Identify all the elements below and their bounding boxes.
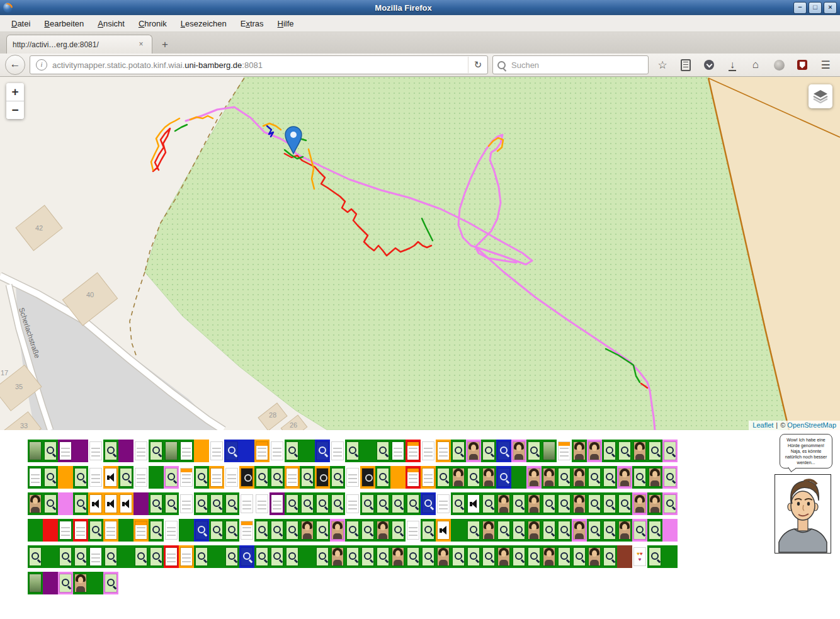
thumbnail-tile[interactable]: [133, 519, 149, 542]
thumbnail-tile[interactable]: [209, 545, 224, 568]
thumbnail-tile[interactable]: [103, 545, 118, 568]
thumbnail-tile[interactable]: [149, 519, 164, 542]
thumbnail-tile[interactable]: [375, 440, 390, 462]
thumbnail-tile[interactable]: [103, 466, 118, 489]
thumbnail-tile[interactable]: [542, 440, 557, 462]
extension-button[interactable]: [769, 55, 788, 74]
thumbnail-tile[interactable]: [632, 492, 647, 515]
thumbnail-tile[interactable]: [43, 519, 58, 542]
thumbnail-tile[interactable]: [43, 572, 58, 594]
thumbnail-tile[interactable]: [28, 466, 43, 489]
thumbnail-tile[interactable]: [315, 545, 330, 568]
thumbnail-tile[interactable]: [617, 545, 632, 568]
thumbnail-tile[interactable]: [58, 492, 73, 515]
thumbnail-tile[interactable]: [118, 545, 133, 568]
thumbnail-tile[interactable]: [421, 466, 436, 489]
thumbnail-tile[interactable]: [557, 466, 572, 489]
thumbnail-tile[interactable]: [209, 440, 224, 462]
thumbnail-tile[interactable]: [270, 519, 285, 542]
thumbnail-tile[interactable]: [254, 466, 270, 489]
thumbnail-tile[interactable]: [572, 440, 587, 462]
thumbnail-tile[interactable]: [345, 466, 360, 489]
thumbnail-tile[interactable]: [406, 519, 421, 542]
thumbnail-tile[interactable]: [330, 466, 345, 489]
thumbnail-tile[interactable]: [436, 440, 451, 462]
layers-control[interactable]: [809, 84, 832, 108]
thumbnail-tile[interactable]: [345, 519, 360, 542]
thumbnail-tile[interactable]: [647, 440, 662, 462]
thumbnail-tile[interactable]: [149, 492, 164, 515]
thumbnail-tile[interactable]: [360, 466, 375, 489]
thumbnail-tile[interactable]: [421, 440, 436, 462]
thumbnail-tile[interactable]: [88, 572, 103, 594]
thumbnail-tile[interactable]: [360, 545, 375, 568]
thumbnail-tile[interactable]: [466, 466, 481, 489]
thumbnail-tile[interactable]: [118, 492, 133, 515]
thumbnail-tile[interactable]: [285, 545, 300, 568]
thumbnail-tile[interactable]: [43, 492, 58, 515]
thumbnail-tile[interactable]: [662, 519, 678, 542]
thumbnail-tile[interactable]: [481, 545, 496, 568]
thumbnail-tile[interactable]: [451, 440, 466, 462]
thumbnail-tile[interactable]: [224, 519, 239, 542]
thumbnail-tile[interactable]: [88, 440, 103, 462]
thumbnail-tile[interactable]: [28, 492, 43, 515]
thumbnail-tile[interactable]: [466, 545, 481, 568]
minimize-button[interactable]: −: [793, 2, 807, 14]
thumbnail-tile[interactable]: [315, 519, 330, 542]
thumbnail-tile[interactable]: [617, 519, 632, 542]
thumbnail-tile[interactable]: [164, 519, 179, 542]
thumbnail-tile[interactable]: [194, 440, 209, 462]
thumbnail-tile[interactable]: [345, 440, 360, 462]
thumbnail-tile[interactable]: [164, 440, 179, 462]
thumbnail-tile[interactable]: [436, 519, 451, 542]
thumbnail-tile[interactable]: [209, 519, 224, 542]
thumbnail-tile[interactable]: [315, 492, 330, 515]
thumbnail-tile[interactable]: [179, 466, 194, 489]
thumbnail-tile[interactable]: [602, 492, 617, 515]
thumbnail-tile[interactable]: [28, 440, 43, 462]
thumbnail-tile[interactable]: [602, 440, 617, 462]
thumbnail-tile[interactable]: [360, 440, 375, 462]
thumbnail-tile[interactable]: [43, 440, 58, 462]
thumbnail-tile[interactable]: [632, 519, 647, 542]
thumbnail-tile[interactable]: [149, 440, 164, 462]
thumbnail-tile[interactable]: [632, 466, 647, 489]
thumbnail-tile[interactable]: [421, 519, 436, 542]
ublock-button[interactable]: [793, 55, 812, 74]
thumbnail-tile[interactable]: [587, 492, 602, 515]
thumbnail-tile[interactable]: [496, 466, 511, 489]
menu-chronik[interactable]: Chronik: [132, 17, 173, 30]
menu-extras[interactable]: Extras: [234, 17, 270, 30]
thumbnail-tile[interactable]: [466, 440, 481, 462]
thumbnail-tile[interactable]: [73, 572, 88, 594]
thumbnail-tile[interactable]: [285, 466, 300, 489]
thumbnail-tile[interactable]: [436, 545, 451, 568]
thumbnail-tile[interactable]: [390, 545, 406, 568]
thumbnail-tile[interactable]: [647, 466, 662, 489]
thumbnail-tile[interactable]: [647, 519, 662, 542]
thumbnail-tile[interactable]: [285, 519, 300, 542]
thumbnail-tile[interactable]: [587, 440, 602, 462]
thumbnail-tile[interactable]: [330, 545, 345, 568]
tab-close-icon[interactable]: ×: [136, 40, 146, 50]
thumbnail-tile[interactable]: [542, 466, 557, 489]
thumbnail-tile[interactable]: [390, 492, 406, 515]
thumbnail-tile[interactable]: ♥♥♥: [632, 545, 647, 568]
thumbnail-tile[interactable]: [224, 466, 239, 489]
thumbnail-tile[interactable]: [587, 466, 602, 489]
thumbnail-tile[interactable]: [315, 440, 330, 462]
thumbnail-tile[interactable]: [481, 519, 496, 542]
thumbnail-tile[interactable]: [88, 466, 103, 489]
thumbnail-tile[interactable]: [375, 545, 390, 568]
thumbnail-tile[interactable]: [194, 545, 209, 568]
thumbnail-tile[interactable]: [390, 466, 406, 489]
thumbnail-tile[interactable]: [73, 519, 88, 542]
thumbnail-tile[interactable]: [496, 492, 511, 515]
thumbnail-tile[interactable]: [254, 545, 270, 568]
thumbnail-tile[interactable]: [375, 519, 390, 542]
thumbnail-tile[interactable]: [542, 519, 557, 542]
thumbnail-tile[interactable]: [194, 492, 209, 515]
thumbnail-tile[interactable]: [511, 545, 526, 568]
search-box[interactable]: [492, 55, 649, 74]
